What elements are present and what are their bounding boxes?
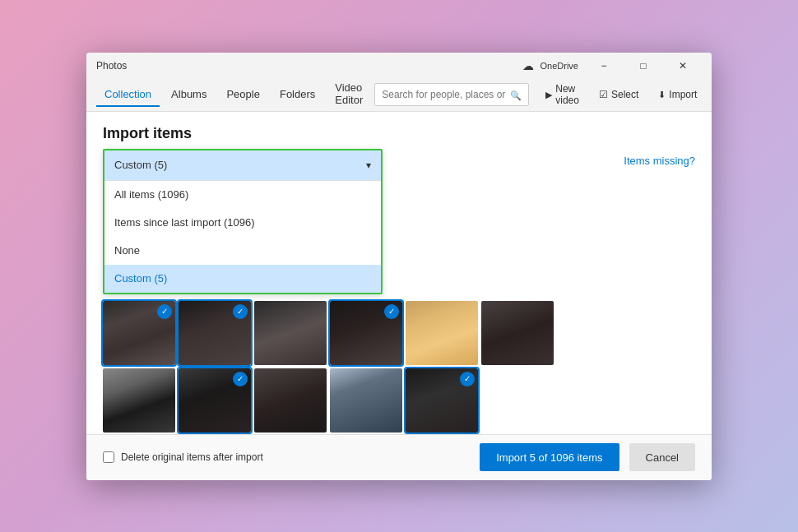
photo-thumb-7[interactable] [103, 368, 175, 433]
toolbar-right: New video Select Import [539, 80, 712, 109]
items-missing-link[interactable]: Items missing? [624, 155, 695, 167]
check-icon-4: ✓ [384, 304, 399, 319]
check-icon-11: ✓ [460, 372, 475, 386]
new-video-label: New video [555, 83, 579, 106]
cloud-icon [522, 59, 537, 72]
photo-grid-row-1: ✓ ✓ ✓ [103, 301, 695, 365]
onedrive-indicator: OneDrive [522, 59, 578, 72]
nav-albums[interactable]: Albums [163, 83, 215, 107]
import-icon [658, 89, 666, 100]
import-dialog-title: Import items [103, 125, 695, 142]
select-button[interactable]: Select [592, 86, 645, 104]
search-box[interactable] [374, 83, 529, 106]
check-icon-1: ✓ [157, 304, 172, 319]
import-confirm-button[interactable]: Import 5 of 1096 items [480, 443, 619, 471]
import-button[interactable]: Import [652, 86, 703, 104]
photo-thumb-4[interactable]: ✓ [330, 301, 402, 365]
nav-people[interactable]: People [218, 83, 267, 107]
import-header: Import items Custom (5) All items (1096)… [86, 112, 712, 294]
photos-window: Photos OneDrive − □ ✕ Collection Albums … [86, 53, 712, 480]
new-video-button[interactable]: New video [539, 80, 586, 109]
nav-video-editor[interactable]: Video Editor [327, 76, 371, 113]
nav-folders[interactable]: Folders [271, 83, 323, 107]
window-controls: − □ ✕ [585, 53, 702, 79]
onedrive-label: OneDrive [541, 61, 578, 71]
maximize-button[interactable]: □ [624, 53, 662, 79]
account-button[interactable] [710, 86, 712, 104]
cancel-button[interactable]: Cancel [629, 443, 695, 471]
select-label: Select [611, 89, 638, 100]
nav-collection[interactable]: Collection [96, 83, 160, 107]
dropdown-options: All items (1096) Items since last import… [104, 180, 381, 293]
import-footer: Delete original items after import Impor… [86, 434, 712, 480]
video-icon [545, 89, 552, 100]
content-area: Import items Custom (5) All items (1096)… [86, 112, 712, 480]
dropdown-selected-label: Custom (5) [114, 159, 167, 171]
dropdown-option-custom[interactable]: Custom (5) [104, 265, 381, 293]
delete-checkbox[interactable] [103, 451, 114, 463]
photo-grid-row-2: ✓ ✓ [103, 368, 695, 433]
import-options-dropdown[interactable]: Custom (5) All items (1096) Items since … [103, 149, 383, 294]
delete-label: Delete original items after import [121, 451, 263, 463]
dropdown-option-none[interactable]: None [104, 237, 381, 265]
minimize-button[interactable]: − [585, 53, 623, 79]
photo-thumb-5[interactable] [406, 301, 478, 365]
photo-thumb-10[interactable] [330, 368, 402, 433]
check-icon-2: ✓ [233, 304, 248, 319]
photo-thumb-3[interactable] [254, 301, 327, 365]
search-input[interactable] [382, 89, 505, 100]
check-icon-8: ✓ [233, 372, 248, 386]
titlebar: Photos OneDrive − □ ✕ [86, 53, 712, 79]
photo-thumb-9[interactable] [254, 368, 327, 433]
photo-thumb-11[interactable]: ✓ [406, 368, 478, 433]
navbar: Collection Albums People Folders Video E… [86, 79, 712, 112]
search-icon [510, 87, 522, 102]
dropdown-option-since-last[interactable]: Items since last import (1096) [104, 209, 381, 237]
app-title: Photos [96, 60, 522, 72]
photo-grid-area: ✓ ✓ ✓ ✓ [86, 294, 712, 434]
photo-thumb-2[interactable]: ✓ [179, 301, 251, 365]
import-label: Import [669, 89, 697, 100]
photo-thumb-8[interactable]: ✓ [179, 368, 251, 433]
chevron-down-icon [366, 159, 371, 171]
photo-thumb-1[interactable]: ✓ [103, 301, 175, 365]
dropdown-selected[interactable]: Custom (5) [104, 150, 381, 180]
photo-thumb-6[interactable] [481, 301, 554, 365]
delete-checkbox-label[interactable]: Delete original items after import [103, 451, 263, 463]
dropdown-option-all[interactable]: All items (1096) [104, 181, 381, 209]
import-dialog: Import items Custom (5) All items (1096)… [86, 112, 712, 480]
select-icon [599, 89, 608, 100]
close-button[interactable]: ✕ [664, 53, 702, 79]
